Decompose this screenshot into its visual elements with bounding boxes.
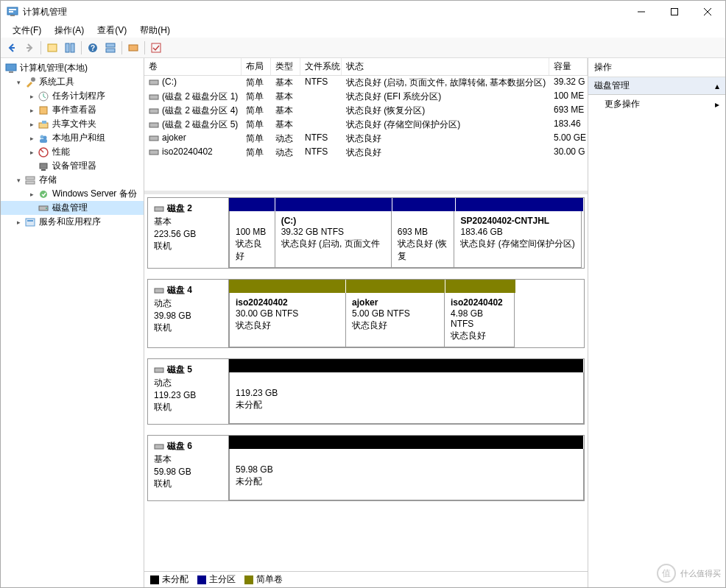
disk-row[interactable]: 磁盘 5动态119.23 GB联机 119.23 GB未分配: [147, 358, 585, 425]
navigation-tree[interactable]: 计算机管理(本地) ▾ 系统工具 ▸任务计划程序 ▸事件查看器 ▸共享文件夹 ▸…: [1, 58, 144, 587]
toolbar: ?: [1, 38, 725, 58]
partition-cell[interactable]: 59.98 GB未分配: [229, 449, 584, 500]
partition-cell[interactable]: ajoker5.00 GB NTFS状态良好: [345, 293, 445, 347]
tools-icon: [24, 77, 36, 88]
tree-root[interactable]: 计算机管理(本地): [1, 61, 144, 75]
menu-action[interactable]: 操作(A): [49, 23, 90, 38]
close-button[interactable]: [691, 1, 724, 23]
device-icon: [38, 160, 49, 172]
help-button[interactable]: ?: [85, 40, 101, 56]
svg-rect-5: [48, 44, 57, 52]
volume-row[interactable]: (C:)简单基本NTFS状态良好 (启动, 页面文件, 故障转储, 基本数据分区…: [144, 76, 588, 90]
disk-icon: [154, 442, 164, 452]
disk-info: 磁盘 2基本223.56 GB联机: [148, 198, 229, 268]
chevron-right-icon: ▸: [27, 134, 36, 143]
volume-row[interactable]: (磁盘 2 磁盘分区 4)简单基本状态良好 (恢复分区)693 ME: [144, 104, 588, 118]
partition-cell[interactable]: iso202404024.98 GB NTFS状态良好: [444, 293, 515, 347]
svg-rect-2: [9, 11, 13, 13]
tree-item-shared-folders[interactable]: ▸共享文件夹: [1, 117, 144, 131]
toolbar-btn-4[interactable]: [125, 40, 141, 56]
svg-rect-26: [41, 169, 46, 171]
disk-info: 磁盘 4动态39.98 GB联机: [148, 280, 229, 347]
col-layout[interactable]: 布局: [242, 58, 271, 75]
minimize-button[interactable]: [624, 1, 658, 23]
volume-list[interactable]: 卷 布局 类型 文件系统 状态 容量 (C:)简单基本NTFS状态良好 (启动,…: [144, 58, 588, 191]
tree-item-server-backup[interactable]: ▸Windows Server 备份: [1, 187, 144, 201]
menu-view[interactable]: 查看(V): [91, 23, 133, 38]
tree-item-disk-management[interactable]: 磁盘管理: [1, 201, 144, 215]
svg-rect-42: [155, 368, 163, 372]
svg-rect-40: [155, 207, 163, 211]
volume-row[interactable]: ajoker简单动态NTFS状态良好5.00 GE: [144, 132, 588, 146]
forward-button[interactable]: [21, 40, 38, 56]
tree-item-performance[interactable]: ▸性能: [1, 145, 144, 159]
partition-cell[interactable]: SP20240402-CNTJHL183.46 GB状态良好 (存储空间保护分区…: [454, 211, 582, 268]
col-filesystem[interactable]: 文件系统: [300, 58, 342, 75]
maximize-button[interactable]: [658, 1, 691, 23]
chevron-right-icon: ▸: [27, 120, 36, 129]
volume-row[interactable]: (磁盘 2 磁盘分区 1)简单基本状态良好 (EFI 系统分区)100 ME: [144, 90, 588, 104]
col-type[interactable]: 类型: [271, 58, 300, 75]
toolbar-btn-2[interactable]: [62, 40, 78, 56]
disk-icon: [154, 204, 164, 214]
toolbar-btn-5[interactable]: [148, 40, 164, 56]
tree-item-task-scheduler[interactable]: ▸任务计划程序: [1, 89, 144, 103]
legend-swatch: [150, 575, 159, 584]
tree-item-device-manager[interactable]: 设备管理器: [1, 159, 144, 173]
menu-file[interactable]: 文件(F): [7, 23, 47, 38]
partition-header: [229, 359, 584, 372]
center-pane: 卷 布局 类型 文件系统 状态 容量 (C:)简单基本NTFS状态良好 (启动,…: [144, 58, 588, 587]
actions-header: 操作: [588, 58, 725, 77]
svg-rect-38: [149, 136, 158, 141]
svg-rect-25: [40, 163, 47, 169]
tree-group-services[interactable]: ▸ 服务和应用程序: [1, 215, 144, 229]
partition-header: [229, 280, 346, 293]
disk-icon: [154, 365, 164, 375]
partition-cell[interactable]: 693 MB状态良好 (恢复: [391, 211, 455, 268]
tree-group-storage[interactable]: ▾ 存储: [1, 173, 144, 187]
volume-row[interactable]: (磁盘 2 磁盘分区 5)简单基本状态良好 (存储空间保护分区)183.46: [144, 118, 588, 132]
legend-item: 主分区: [197, 573, 236, 586]
svg-rect-7: [71, 43, 74, 52]
collapse-icon: ▴: [715, 81, 719, 91]
window-title: 计算机管理: [23, 6, 67, 18]
svg-rect-19: [39, 123, 48, 128]
legend-item: 未分配: [150, 573, 188, 586]
disk-row[interactable]: 磁盘 4动态39.98 GB联机iso2024040230.00 GB NTFS…: [147, 279, 585, 348]
tree-root-label: 计算机管理(本地): [20, 62, 88, 74]
svg-rect-39: [149, 150, 158, 155]
col-status[interactable]: 状态: [342, 58, 549, 75]
computer-icon: [5, 63, 17, 74]
tree-item-event-viewer[interactable]: ▸事件查看器: [1, 103, 144, 117]
backup-icon: [38, 188, 49, 200]
partition-cell[interactable]: (C:)39.32 GB NTFS状态良好 (启动, 页面文件: [275, 211, 392, 268]
legend-swatch: [244, 575, 253, 584]
actions-section-title[interactable]: 磁盘管理 ▴: [588, 77, 725, 95]
toolbar-btn-3[interactable]: [102, 40, 119, 56]
menu-help[interactable]: 帮助(H): [134, 23, 176, 38]
actions-more[interactable]: 更多操作 ▸: [588, 95, 725, 113]
back-button[interactable]: [4, 40, 20, 56]
svg-point-29: [40, 191, 47, 198]
partition-header: [445, 280, 516, 293]
partition-header: [229, 198, 275, 211]
tree-item-local-users[interactable]: ▸本地用户和组: [1, 131, 144, 145]
toolbar-btn-1[interactable]: [44, 40, 60, 56]
tree-group-system-tools[interactable]: ▾ 系统工具: [1, 75, 144, 89]
app-icon: [7, 6, 18, 18]
partition-cell[interactable]: 119.23 GB未分配: [229, 372, 584, 424]
volume-row[interactable]: iso20240402简单动态NTFS状态良好30.00 G: [144, 146, 588, 160]
storage-icon: [24, 174, 36, 186]
disk-map[interactable]: 磁盘 2基本223.56 GB联机 100 MB状态良好(C:)39.32 GB…: [144, 194, 588, 571]
col-capacity[interactable]: 容量: [549, 58, 588, 75]
partition-cell[interactable]: 100 MB状态良好: [229, 211, 275, 268]
svg-rect-28: [26, 181, 35, 184]
disk-row[interactable]: 磁盘 6基本59.98 GB联机 59.98 GB未分配: [147, 435, 585, 501]
partition-header: [275, 198, 392, 211]
chevron-right-icon: ▸: [27, 148, 36, 157]
col-volume[interactable]: 卷: [144, 58, 242, 75]
partition-cell[interactable]: iso2024040230.00 GB NTFS状态良好: [229, 293, 346, 347]
disk-row[interactable]: 磁盘 2基本223.56 GB联机 100 MB状态良好(C:)39.32 GB…: [147, 197, 585, 269]
svg-rect-33: [27, 220, 33, 222]
svg-rect-12: [129, 45, 138, 51]
